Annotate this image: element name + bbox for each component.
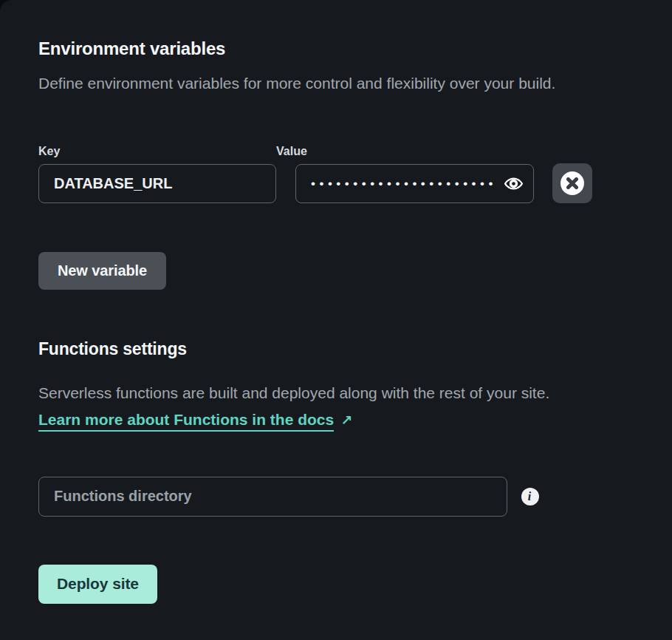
deploy-site-button[interactable]: Deploy site [38, 565, 157, 604]
value-input[interactable]: •••••••••••••••••••••• [295, 164, 534, 203]
functions-docs-link-label: Learn more about Functions in the docs [38, 411, 334, 432]
functions-docs-link[interactable]: Learn more about Functions in the docs ↗ [38, 411, 352, 432]
key-label: Key [38, 144, 276, 158]
value-field-group: Value •••••••••••••••••••••• [276, 144, 534, 203]
functions-directory-input[interactable] [38, 477, 507, 517]
masked-value-text: •••••••••••••••••••••• [311, 164, 502, 203]
key-input[interactable] [38, 164, 276, 203]
functions-directory-row: i [38, 477, 645, 517]
info-icon[interactable]: i [521, 488, 539, 505]
environment-variables-description: Define environment variables for more co… [38, 74, 645, 93]
remove-variable-button[interactable] [552, 163, 592, 203]
env-var-row: Key Value •••••••••••••••••••••• [38, 144, 645, 203]
x-circle-icon [560, 171, 585, 196]
environment-variables-title: Environment variables [38, 38, 645, 60]
value-label: Value [276, 144, 534, 158]
reveal-value-button[interactable] [502, 173, 524, 195]
functions-settings-description: Serverless functions are built and deplo… [38, 384, 645, 403]
key-field-group: Key [38, 144, 276, 203]
external-link-arrow-icon: ↗ [340, 412, 352, 429]
functions-docs-link-row: Learn more about Functions in the docs ↗ [38, 411, 645, 432]
new-variable-button[interactable]: New variable [38, 252, 166, 290]
eye-icon [504, 174, 524, 194]
functions-settings-title: Functions settings [38, 339, 645, 360]
settings-panel: Environment variables Define environment… [0, 0, 672, 640]
